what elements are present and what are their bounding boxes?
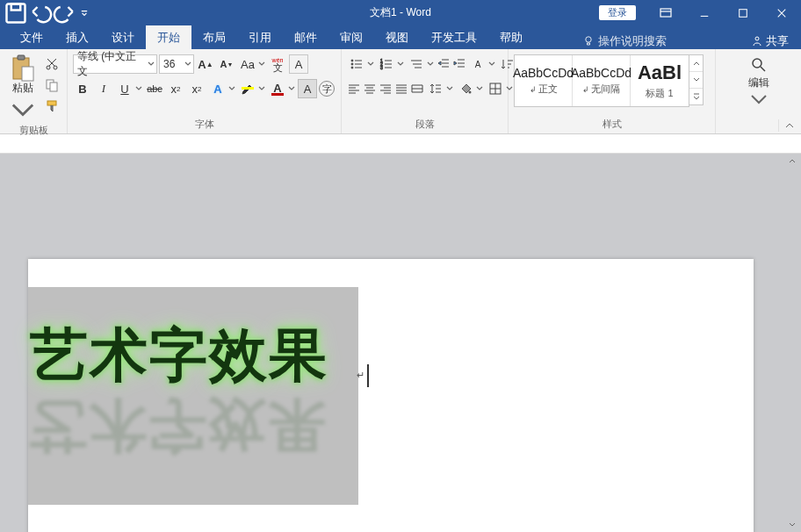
group-label-font: 字体 — [68, 118, 341, 133]
font-color-button[interactable]: A — [268, 79, 296, 98]
align-right-button[interactable] — [379, 79, 393, 98]
change-case-button[interactable]: Aa — [238, 54, 266, 74]
character-shading-button[interactable]: A — [298, 79, 317, 98]
style-preview: AaBbCcDd — [571, 66, 631, 80]
copy-icon — [45, 78, 59, 92]
asian-layout-button[interactable]: A — [468, 54, 496, 74]
collapse-ribbon-icon[interactable] — [778, 119, 799, 132]
font-family-value: 等线 (中文正文 — [77, 49, 146, 79]
minimize-icon[interactable] — [685, 0, 724, 25]
scroll-up-icon[interactable] — [785, 154, 799, 168]
numbering-button[interactable]: 123 — [377, 54, 405, 74]
ribbon-display-options-icon[interactable] — [646, 0, 685, 25]
tab-file[interactable]: 文件 — [9, 25, 54, 49]
copy-button[interactable] — [42, 75, 61, 95]
tab-mailings[interactable]: 邮件 — [283, 25, 328, 49]
italic-button[interactable]: I — [94, 79, 113, 98]
tab-layout[interactable]: 布局 — [191, 25, 237, 49]
chevron-down-icon — [11, 96, 35, 124]
strikethrough-button[interactable]: abc — [145, 79, 164, 98]
tab-help[interactable]: 帮助 — [488, 25, 534, 49]
phonetic-guide-button[interactable]: wén文 — [268, 54, 287, 74]
underline-button[interactable]: U — [115, 79, 143, 98]
styles-gallery[interactable]: AaBbCcDd ↲正文 AaBbCcDd ↲无间隔 AaBl 标题 1 — [514, 54, 689, 107]
text-cursor — [367, 364, 369, 387]
distributed-button[interactable] — [410, 79, 424, 98]
gallery-down-icon[interactable] — [689, 72, 703, 89]
shrink-font-button[interactable]: A▼ — [217, 54, 236, 74]
character-border-button[interactable]: A — [289, 54, 308, 74]
lightbulb-icon — [582, 35, 595, 47]
svg-point-5 — [755, 37, 759, 40]
scroll-down-icon[interactable] — [785, 518, 799, 532]
shading-button[interactable] — [456, 79, 484, 98]
group-label-styles: 样式 — [509, 118, 715, 133]
multilevel-list-button[interactable] — [407, 54, 435, 74]
editing-button[interactable]: 编辑 — [716, 49, 801, 108]
text-effects-button[interactable]: A — [208, 79, 236, 98]
style-name: 标题 1 — [646, 87, 673, 100]
close-icon[interactable] — [762, 0, 801, 25]
line-spacing-button[interactable] — [426, 79, 454, 98]
svg-point-15 — [351, 63, 353, 65]
subscript-button[interactable]: x2 — [166, 79, 185, 98]
svg-rect-1 — [11, 4, 21, 10]
align-left-button[interactable] — [347, 79, 361, 98]
undo-icon[interactable] — [28, 0, 53, 25]
paint-bucket-icon — [458, 82, 473, 96]
style-name: 无间隔 — [591, 83, 620, 96]
tab-review[interactable]: 审阅 — [328, 25, 374, 49]
svg-rect-3 — [740, 9, 747, 17]
decrease-indent-button[interactable] — [437, 54, 451, 74]
gallery-more-icon[interactable] — [689, 89, 703, 104]
paste-button[interactable]: 粘贴 — [5, 53, 40, 124]
font-family-combo[interactable]: 等线 (中文正文 — [73, 54, 157, 74]
share-button[interactable]: 共享 — [751, 33, 789, 49]
tell-me-search[interactable]: 操作说明搜索 — [582, 33, 667, 49]
align-justify-button[interactable] — [394, 79, 408, 98]
bullets-button[interactable] — [347, 54, 375, 74]
share-label: 共享 — [766, 33, 789, 49]
format-painter-button[interactable] — [42, 97, 61, 116]
vertical-scrollbar[interactable] — [785, 154, 799, 532]
font-size-value: 36 — [163, 58, 175, 70]
style-heading1[interactable]: AaBl 标题 1 — [631, 55, 689, 106]
style-no-spacing[interactable]: AaBbCcDd ↲无间隔 — [573, 55, 631, 106]
highlight-button[interactable] — [238, 79, 266, 98]
align-center-button[interactable] — [363, 79, 377, 98]
brush-icon — [45, 99, 59, 113]
login-button[interactable]: 登录 — [599, 5, 636, 20]
tab-insert[interactable]: 插入 — [54, 25, 100, 49]
tab-design[interactable]: 设计 — [100, 25, 146, 49]
enclose-characters-button[interactable]: 字 — [319, 81, 335, 97]
superscript-button[interactable]: x2 — [187, 79, 206, 98]
redo-icon[interactable] — [53, 0, 77, 25]
svg-rect-8 — [22, 67, 33, 81]
paragraph-mark: ↵ — [357, 370, 364, 381]
bold-button[interactable]: B — [73, 79, 92, 98]
tell-me-label: 操作说明搜索 — [598, 33, 667, 49]
cut-button[interactable] — [42, 54, 61, 74]
bullets-icon — [350, 57, 364, 71]
svg-point-4 — [586, 37, 591, 42]
paste-label: 粘贴 — [12, 81, 33, 96]
increase-indent-button[interactable] — [452, 54, 466, 74]
tab-references[interactable]: 引用 — [237, 25, 283, 49]
gallery-up-icon[interactable] — [689, 55, 703, 72]
save-icon[interactable] — [4, 0, 28, 25]
grow-font-button[interactable]: A▲ — [196, 54, 215, 74]
window-title: 文档1 - Word — [370, 5, 431, 20]
maximize-icon[interactable] — [724, 0, 762, 25]
qat-customize-icon[interactable] — [77, 0, 91, 25]
tab-view[interactable]: 视图 — [374, 25, 420, 49]
paste-icon — [11, 54, 35, 83]
style-normal[interactable]: AaBbCcDd ↲正文 — [515, 55, 573, 106]
tab-developer[interactable]: 开发工具 — [420, 25, 488, 49]
svg-rect-2 — [660, 9, 671, 17]
wordart-text[interactable]: 艺术字效果 — [30, 316, 328, 395]
align-left-icon — [347, 82, 361, 96]
numbering-icon: 123 — [379, 57, 393, 71]
font-size-combo[interactable]: 36 — [159, 54, 194, 74]
tab-home[interactable]: 开始 — [146, 25, 191, 49]
share-icon — [751, 35, 763, 47]
